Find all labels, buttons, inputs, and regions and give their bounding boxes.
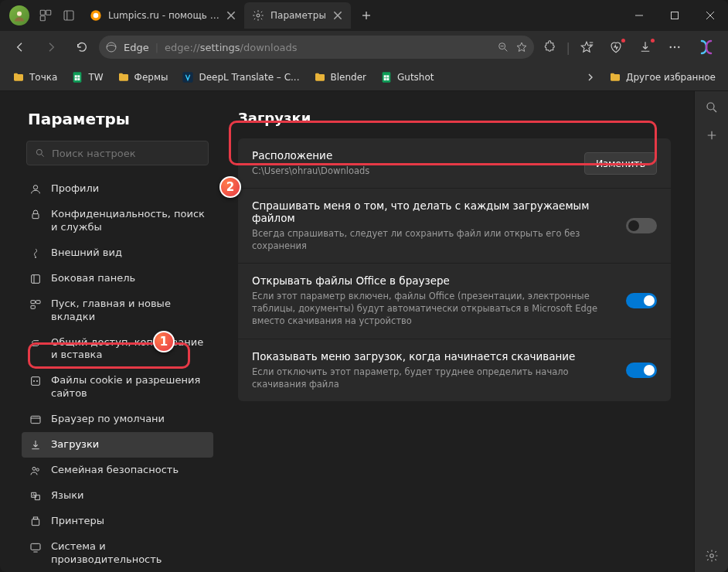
- favorite-star-icon[interactable]: [515, 41, 528, 53]
- new-tab-button[interactable]: [355, 5, 377, 26]
- sidebar-item-label: Браузер по умолчани: [51, 413, 206, 426]
- row-title: Показывать меню загрузок, когда начинает…: [252, 350, 614, 363]
- sheets-icon: [71, 71, 83, 83]
- settings-page: Загрузки РасположениеC:\Users\ohrau\Down…: [218, 91, 694, 572]
- deepl-icon: [182, 71, 194, 83]
- svg-rect-1: [40, 10, 45, 15]
- settings-search[interactable]: [26, 141, 209, 165]
- svg-rect-44: [31, 300, 35, 303]
- sidebar-item-icon: [29, 375, 42, 387]
- workspaces-icon[interactable]: [39, 9, 53, 22]
- bookmarks-overflow-chevron[interactable]: [581, 70, 600, 85]
- sidebar-item-icon: [29, 439, 42, 451]
- folder-icon: [117, 71, 130, 83]
- svg-point-68: [709, 554, 713, 558]
- back-button[interactable]: [6, 35, 34, 60]
- bookmark-label: TW: [88, 72, 103, 83]
- tabs-strip: Lumpics.ru - помощь с компьютПараметры: [82, 0, 621, 31]
- svg-point-39: [33, 186, 37, 189]
- svg-point-48: [33, 380, 35, 382]
- zoom-icon[interactable]: [497, 41, 509, 53]
- sidebar-item-icon: [29, 183, 42, 196]
- vertical-tabs-icon[interactable]: [62, 9, 76, 22]
- toggle-switch[interactable]: [626, 293, 657, 308]
- sidebar-item[interactable]: Семейная безопасность: [22, 458, 213, 483]
- sidebar-item[interactable]: Пуск, главная и новые вкладки: [22, 291, 213, 330]
- svg-point-52: [32, 467, 36, 470]
- sidebar-settings-icon[interactable]: [705, 549, 719, 563]
- svg-point-26: [674, 46, 675, 48]
- row-title: Расположение: [252, 149, 572, 162]
- bookmark-item[interactable]: TW: [66, 68, 107, 87]
- bookmark-item[interactable]: Точка: [8, 68, 62, 87]
- sidebar-item[interactable]: Система и производительность: [22, 534, 213, 572]
- settings-row: Спрашивать меня о том, что делать с кажд…: [238, 189, 671, 264]
- add-sidebar-icon[interactable]: [705, 128, 719, 142]
- downloads-toolbar-button[interactable]: [632, 35, 658, 60]
- toggle-switch[interactable]: [626, 363, 657, 378]
- tab-title: Lumpics.ru - помощь с компьют: [108, 10, 219, 21]
- sidebar-item[interactable]: Загрузки: [22, 432, 213, 458]
- svg-point-0: [17, 12, 22, 16]
- forward-button[interactable]: [37, 35, 65, 60]
- settings-tab-icon: [252, 9, 264, 22]
- sidebar-item-label: Внешний вид: [51, 247, 206, 260]
- sidebar-item-label: Пуск, главная и новые вкладки: [51, 298, 206, 324]
- refresh-button[interactable]: [68, 35, 96, 60]
- favorites-button[interactable]: [573, 35, 600, 60]
- sidebar-item-label: Боковая панель: [51, 272, 206, 285]
- sidebar-item[interactable]: Файлы cookie и разрешения сайтов: [22, 368, 213, 407]
- svg-point-37: [36, 149, 42, 155]
- browser-tab[interactable]: Параметры: [244, 2, 351, 29]
- toolbar: Edge | edge://settings/downloads |: [0, 31, 728, 63]
- maximize-button[interactable]: [657, 0, 692, 31]
- bookmark-item[interactable]: Blender: [309, 68, 372, 87]
- close-tab-icon[interactable]: [332, 10, 343, 21]
- sidebar-item-label: Конфиденциальность, поиск и службы: [51, 208, 206, 234]
- svg-line-38: [42, 155, 44, 157]
- sidebar-item-label: Языки: [51, 489, 206, 502]
- settings-title: Параметры: [22, 110, 213, 128]
- sidebar-item[interactable]: Внешний вид: [22, 240, 213, 266]
- sidebar-item[interactable]: Профили: [22, 176, 213, 202]
- search-sidebar-icon[interactable]: [705, 100, 719, 114]
- browser-tab[interactable]: Lumpics.ru - помощь с компьют: [82, 2, 244, 29]
- bookmark-label: Точка: [29, 72, 57, 83]
- bookmark-label: Другое избранное: [626, 72, 716, 83]
- settings-search-input[interactable]: [52, 148, 200, 159]
- copilot-button[interactable]: [691, 32, 722, 63]
- bookmark-item[interactable]: DeepL Translate – С...: [177, 68, 304, 87]
- bookmark-item[interactable]: Фермы: [113, 68, 173, 87]
- right-sidebar: [694, 91, 728, 572]
- address-prefix: Edge: [124, 42, 149, 53]
- folder-icon: [609, 71, 621, 83]
- extensions-button[interactable]: [537, 35, 563, 60]
- bookmarks-other[interactable]: Другое избранное: [604, 68, 720, 87]
- svg-point-41: [35, 256, 36, 257]
- sidebar-item[interactable]: Принтеры: [22, 509, 213, 534]
- search-icon: [35, 148, 46, 158]
- health-button[interactable]: [603, 35, 629, 60]
- sidebar-item[interactable]: AЯзыки: [22, 483, 213, 509]
- sidebar-item-icon: [29, 298, 42, 311]
- page-title: Загрузки: [238, 110, 671, 126]
- change-location-button[interactable]: Изменить: [584, 152, 657, 175]
- more-button[interactable]: [662, 35, 688, 60]
- minimize-button[interactable]: [621, 0, 657, 31]
- address-bar[interactable]: Edge | edge://settings/downloads: [99, 36, 534, 59]
- svg-rect-40: [32, 214, 39, 219]
- bookmark-item[interactable]: Gutshot: [376, 68, 439, 87]
- svg-rect-16: [672, 12, 679, 19]
- svg-rect-47: [32, 377, 40, 386]
- sidebar-item[interactable]: Конфиденциальность, поиск и службы: [22, 202, 213, 240]
- settings-nav-list: ПрофилиКонфиденциальность, поиск и служб…: [22, 176, 213, 572]
- sidebar-item[interactable]: Браузер по умолчани: [22, 407, 213, 432]
- close-tab-icon[interactable]: [226, 10, 236, 21]
- profile-avatar[interactable]: [9, 5, 29, 26]
- sidebar-item[interactable]: Боковая панель: [22, 266, 213, 291]
- toggle-switch[interactable]: [626, 218, 657, 233]
- settings-main: Параметры ПрофилиКонфиденциальность, пои…: [0, 91, 694, 572]
- sidebar-item[interactable]: Общий доступ, копирование и вставка: [22, 330, 213, 369]
- close-button[interactable]: [692, 0, 728, 31]
- settings-sidebar: Параметры ПрофилиКонфиденциальность, пои…: [0, 91, 218, 572]
